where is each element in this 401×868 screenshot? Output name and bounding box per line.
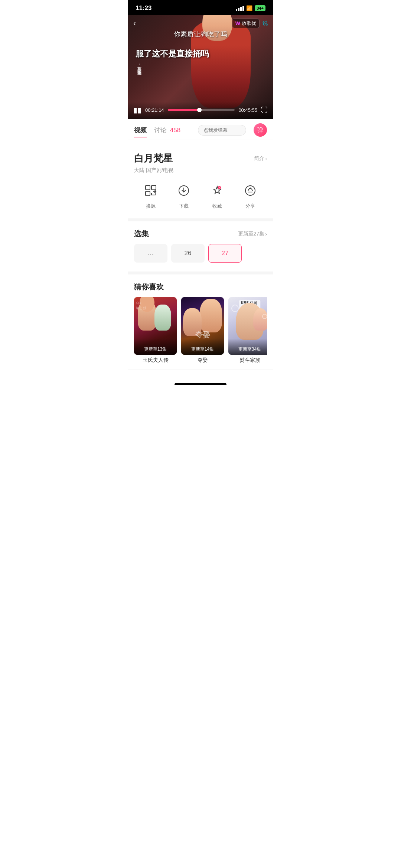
status-time: 11:23 [136,4,151,12]
danmu-send-button[interactable]: 弹 [254,123,267,137]
svg-rect-2 [146,191,150,196]
cover-badge-2: 更新至14集 [181,339,224,355]
fullscreen-button[interactable]: ⛶ [261,106,268,114]
battery-badge: 34+ [255,5,265,11]
action-share[interactable]: 分享 [241,181,260,209]
share-label: 分享 [245,203,255,209]
episode-item-prev[interactable]: … [134,244,167,263]
signal-icon [236,6,244,11]
recommend-item-1[interactable]: 유시부인전 更新至13集 玉氏夫人传 [134,297,177,364]
recommend-item-2[interactable]: 夺娶 更新至14集 夺娶 [181,297,224,364]
collect-icon: + [208,181,226,200]
current-time: 00:21:14 [145,107,164,113]
action-collect[interactable]: + 收藏 [208,181,226,209]
switch-source-label: 换源 [146,203,156,209]
back-button[interactable]: ‹ [133,19,136,28]
video-controls: ▮▮ 00:21:14 00:45:55 ⛶ [128,102,273,119]
recommend-item-3[interactable]: KBS 다리미 패밀리 更新至34集 熨斗家族 [228,297,267,364]
svg-text:+: + [219,186,220,189]
download-icon [175,181,193,200]
danmu-input[interactable] [198,125,246,136]
subtitle-main: 服了这不是直接捅吗 [136,48,209,59]
status-icons: 📶 34+ [236,5,265,11]
divider-2 [128,272,273,274]
status-bar: 11:23 📶 34+ [128,0,273,15]
episodes-update-link[interactable]: 更新至27集 › [238,231,267,237]
episodes-title: 选集 [134,229,149,239]
cover-badge-3: 更新至34集 [228,339,267,355]
episode-item-26[interactable]: 26 [171,244,205,263]
recommend-title: 猜你喜欢 [134,282,267,292]
recommend-name-2: 夺娶 [181,357,224,364]
side-text: 莫近莫认，誓让我不染浮沉 [136,63,143,67]
episodes-section-header: 选集 更新至27集 › [134,229,267,239]
tab-video[interactable]: 视频 [134,126,147,134]
tabs-row: 视频 讨论 458 弹 [128,119,273,140]
bottom-nav [128,370,273,388]
recommend-name-1: 玉氏夫人传 [134,357,177,364]
show-title: 白月梵星 [134,152,173,165]
content-area: 白月梵星 简介 › 大陆 国产剧/电视 换源 [128,140,273,370]
download-label: 下载 [179,203,189,209]
recommend-list: 유시부인전 更新至13集 玉氏夫人传 夺娶 更新至14集 夺娶 KBS 다리미 … [134,297,267,364]
cover-text-2: 夺娶 [181,330,224,340]
divider-1 [128,218,273,221]
top-right-controls: W 放歌优 说 [232,19,268,28]
say-button[interactable]: 说 [263,20,268,27]
action-switch-source[interactable]: 换源 [141,181,160,209]
logo-text: 放歌优 [242,20,256,27]
tab-discussion[interactable]: 讨论 458 [154,126,180,134]
recommend-name-3: 熨斗家族 [228,357,267,364]
intro-link[interactable]: 简介 › [254,155,267,162]
cover-badge-1: 更新至13集 [134,339,177,355]
action-download[interactable]: 下载 [175,181,193,209]
share-icon [241,181,260,200]
svg-rect-0 [146,185,150,190]
svg-point-6 [245,186,255,195]
action-buttons: 换源 下载 + 收藏 [134,181,267,209]
logo-badge: W 放歌优 [232,19,260,28]
cover-figure-2 [200,299,222,332]
progress-bar[interactable] [168,109,235,111]
home-indicator [175,383,226,385]
progress-dot [197,108,202,112]
show-title-row: 白月梵星 简介 › [134,152,267,165]
video-player[interactable]: ‹ W 放歌优 说 你素质让狗吃了吗 服了这不是直接捅吗 莫近莫认，誓让我不染浮… [128,15,273,119]
recommend-cover-3: KBS 다리미 패밀리 更新至34集 [228,297,267,355]
episode-item-27[interactable]: 27 [208,244,242,263]
discussion-count: 458 [170,127,180,134]
wifi-icon: 📶 [246,5,252,11]
svg-rect-1 [151,185,156,190]
recommend-cover-1: 유시부인전 更新至13集 [134,297,177,355]
episode-list: … 26 27 [134,244,267,263]
total-time: 00:45:55 [238,107,257,113]
pause-button[interactable]: ▮▮ [133,105,141,114]
logo-icon: W [235,20,240,26]
video-top-bar: ‹ W 放歌优 说 [128,15,273,32]
show-meta: 大陆 国产剧/电视 [134,167,267,174]
danmu-icon: 弹 [257,126,263,134]
switch-source-icon [141,181,160,200]
recommend-cover-2: 夺娶 更新至14集 [181,297,224,355]
collect-label: 收藏 [212,203,222,209]
progress-fill [168,109,199,111]
cover-kr-text-1: 유시부인전 [136,301,146,310]
